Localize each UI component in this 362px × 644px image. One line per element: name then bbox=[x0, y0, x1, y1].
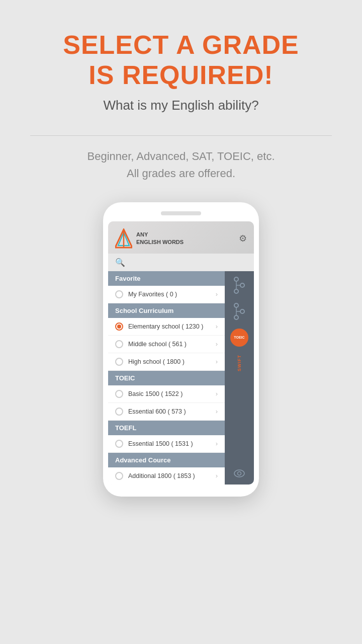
svg-point-4 bbox=[240, 283, 244, 287]
section-toefl: TOEFL bbox=[108, 421, 225, 435]
toeic-badge: TOEIC bbox=[230, 329, 248, 347]
svg-point-9 bbox=[240, 309, 244, 313]
branch-icon-2 bbox=[232, 302, 246, 320]
svg-point-10 bbox=[234, 315, 238, 319]
app-header: ANY ENGLISH WORDS ⚙ bbox=[108, 221, 254, 254]
chevron-toeic-essential: › bbox=[216, 408, 218, 415]
divider bbox=[30, 135, 332, 136]
svg-point-3 bbox=[234, 277, 238, 281]
label-toefl-essential: Essential 1500 ( 1531 ) bbox=[128, 440, 216, 447]
branch-icon-1 bbox=[232, 276, 246, 294]
phone-notch bbox=[161, 211, 201, 215]
radio-middle bbox=[115, 340, 123, 348]
item-my-favorites[interactable]: My Favorites ( 0 ) › bbox=[108, 286, 225, 303]
menu-list: Favorite My Favorites ( 0 ) › School Cur… bbox=[108, 271, 225, 485]
item-toeic-basic[interactable]: Basic 1500 ( 1522 ) › bbox=[108, 385, 225, 403]
chevron-elementary: › bbox=[216, 323, 218, 330]
chevron-toefl-essential: › bbox=[216, 440, 218, 447]
radio-advanced bbox=[115, 472, 123, 480]
svg-point-13 bbox=[234, 470, 244, 477]
item-advanced[interactable]: Additional 1800 ( 1853 ) › bbox=[108, 467, 225, 485]
label-middle: Middle school ( 561 ) bbox=[128, 341, 216, 348]
svg-point-8 bbox=[234, 303, 238, 307]
app-logo: ANY ENGLISH WORDS bbox=[115, 228, 184, 249]
app-name: ANY ENGLISH WORDS bbox=[136, 231, 184, 246]
gear-icon[interactable]: ⚙ bbox=[239, 233, 247, 244]
label-advanced: Additional 1800 ( 1853 ) bbox=[128, 472, 216, 479]
eye-svg bbox=[234, 469, 245, 477]
item-toefl-essential[interactable]: Essential 1500 ( 1531 ) › bbox=[108, 435, 225, 453]
chevron-my-favorites: › bbox=[216, 290, 218, 298]
section-toeic: TOEIC bbox=[108, 371, 225, 385]
radio-elementary bbox=[115, 323, 123, 331]
chevron-high: › bbox=[216, 358, 218, 365]
chevron-toeic-basic: › bbox=[216, 390, 218, 397]
label-toeic-basic: Basic 1500 ( 1522 ) bbox=[128, 390, 216, 397]
logo-icon bbox=[115, 228, 132, 249]
label-high: High school ( 1800 ) bbox=[128, 358, 216, 365]
radio-my-favorites bbox=[115, 290, 123, 298]
label-elementary: Elementary school ( 1230 ) bbox=[128, 323, 216, 330]
eye-icon bbox=[234, 469, 245, 479]
item-toeic-essential[interactable]: Essential 600 ( 573 ) › bbox=[108, 403, 225, 421]
chevron-advanced: › bbox=[216, 472, 218, 479]
item-middle[interactable]: Middle school ( 561 ) › bbox=[108, 336, 225, 353]
radio-high bbox=[115, 358, 123, 366]
label-my-favorites: My Favorites ( 0 ) bbox=[128, 291, 216, 298]
search-bar[interactable]: 🔍 bbox=[108, 254, 254, 271]
description: Beginner, Advanced, SAT, TOEIC, etc. All… bbox=[87, 148, 275, 182]
svg-point-5 bbox=[234, 289, 238, 293]
phone-mockup: ANY ENGLISH WORDS ⚙ 🔍 Favorite My Favori… bbox=[103, 202, 259, 497]
radio-toeic-essential bbox=[115, 408, 123, 416]
headline-title: SELECT A GRADE IS REQUIRED! bbox=[63, 30, 299, 91]
chevron-middle: › bbox=[216, 340, 218, 348]
toeic-badge-text: TOEIC bbox=[234, 336, 244, 340]
search-icon: 🔍 bbox=[115, 258, 125, 267]
main-content: Favorite My Favorites ( 0 ) › School Cur… bbox=[108, 271, 254, 485]
swift-label: SWIFT bbox=[237, 355, 242, 371]
app-screen: ANY ENGLISH WORDS ⚙ 🔍 Favorite My Favori… bbox=[108, 221, 254, 485]
section-advanced: Advanced Cource bbox=[108, 453, 225, 467]
headline: SELECT A GRADE IS REQUIRED! What is my E… bbox=[63, 30, 299, 113]
label-toeic-essential: Essential 600 ( 573 ) bbox=[128, 408, 216, 415]
section-favorite: Favorite bbox=[108, 271, 225, 286]
item-elementary[interactable]: Elementary school ( 1230 ) › bbox=[108, 318, 225, 336]
radio-toefl-essential bbox=[115, 440, 123, 448]
headline-question: What is my English ability? bbox=[63, 98, 299, 113]
right-sidebar: TOEIC SWIFT bbox=[225, 271, 254, 485]
svg-point-14 bbox=[238, 471, 241, 475]
section-school: School Curriculum bbox=[108, 303, 225, 318]
item-high[interactable]: High school ( 1800 ) › bbox=[108, 353, 225, 371]
radio-toeic-basic bbox=[115, 390, 123, 398]
